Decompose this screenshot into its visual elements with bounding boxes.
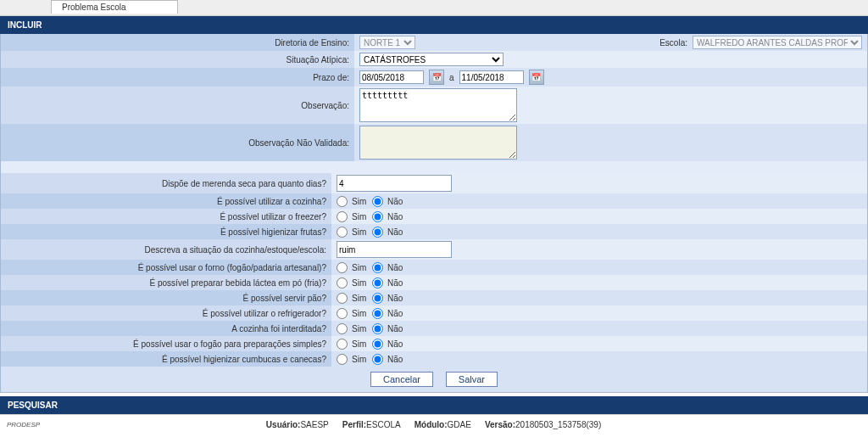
select-situacao[interactable]: CATÁSTROFES [359,53,504,66]
question-value: SimNão [331,193,867,209]
question-label: É possível utilizar o refrigerador? [1,305,331,321]
salvar-button[interactable]: Salvar [446,372,498,387]
spacer [1,161,867,173]
footer-modulo: GDAE [448,420,471,429]
label-prazo: Prazo de: [1,68,354,87]
label-prazo-sep: a [449,73,454,82]
cell-merenda [331,173,867,193]
radio-nao[interactable]: Não [372,339,403,350]
cell-diretoria: NORTE 1 Escola: WALFREDO ARANTES CALDAS … [354,34,867,51]
question-value: SimNão [331,224,867,239]
radio-nao[interactable]: Não [372,277,403,289]
footer-usuario-label: Usuário: [266,420,301,429]
tab-problema-escola[interactable]: Problema Escola [51,0,178,14]
textarea-obs-nv [359,126,517,160]
label-situacao: Situação Atípica: [1,51,354,68]
tab-bar: Problema Escola [0,0,868,16]
input-desc-situacao[interactable] [337,241,452,258]
question-label: É possível utilizar o freezer? [1,209,331,224]
cell-situacao: CATÁSTROFES [354,51,867,68]
question-label: É possível preparar bebida láctea em pó … [1,275,331,290]
input-prazo-ate[interactable] [459,70,524,84]
radio-sim[interactable]: Sim [337,354,367,365]
question-value: SimNão [331,305,867,321]
question-label: É possível higienizar cumbucas e canecas… [1,351,331,367]
footer-modulo-label: Módulo: [415,420,448,429]
section-pesquisar-header: PESQUISAR [0,396,868,414]
question-label: É possível usar o fogão para preparações… [1,336,331,351]
radio-sim[interactable]: Sim [337,339,367,350]
footer-perfil-label: Perfil: [342,420,366,429]
label-diretoria: Diretoria de Ensino: [1,34,354,51]
label-merenda: Dispõe de merenda seca para quanto dias? [1,173,331,193]
label-observacao: Observação: [1,87,354,124]
radio-nao[interactable]: Não [372,354,403,365]
question-label: É possível higienizar frutas? [1,224,331,239]
question-label: É possível servir pão? [1,290,331,305]
radio-sim[interactable]: Sim [337,323,367,334]
calendar-icon[interactable]: 📅 [529,70,544,85]
question-value: SimNão [331,351,867,367]
radio-nao[interactable]: Não [372,262,403,273]
question-value: SimNão [331,290,867,305]
footer-usuario: SAESP [300,420,328,429]
question-value: SimNão [331,336,867,351]
question-label: É possível utilizar a cozinha? [1,193,331,209]
section-incluir-header: INCLUIR [0,16,868,34]
radio-nao[interactable]: Não [372,196,403,207]
cell-obs-nv [354,124,867,161]
radio-sim[interactable]: Sim [337,262,367,273]
calendar-icon[interactable]: 📅 [429,70,444,85]
select-escola[interactable]: WALFREDO ARANTES CALDAS PROFESSOR [693,36,862,49]
label-escola: Escola: [659,38,687,48]
question-label: A cozinha foi interditada? [1,321,331,336]
question-label: É possível usar o forno (fogão/padaria a… [1,260,331,275]
radio-nao[interactable]: Não [372,293,403,304]
select-diretoria[interactable]: NORTE 1 [359,36,415,49]
question-label: Descreva a situação da cozinha/estoque/e… [1,239,331,260]
question-value [331,239,867,260]
radio-sim[interactable]: Sim [337,308,367,319]
cancelar-button[interactable]: Cancelar [370,372,433,387]
question-value: SimNão [331,275,867,290]
cell-prazo: 📅 a 📅 [354,68,867,87]
radio-sim[interactable]: Sim [337,293,367,304]
footer-perfil: ESCOLA [366,420,401,429]
radio-nao[interactable]: Não [372,211,403,222]
cell-observacao: ttttttttt [354,87,867,124]
radio-sim[interactable]: Sim [337,227,367,238]
footer-versao: 20180503_153758(39) [515,420,601,429]
radio-sim[interactable]: Sim [337,211,367,222]
question-value: SimNão [331,321,867,336]
radio-nao[interactable]: Não [372,227,403,238]
textarea-observacao[interactable]: ttttttttt [359,88,517,122]
form-incluir: Diretoria de Ensino: NORTE 1 Escola: WAL… [0,34,868,393]
radio-nao[interactable]: Não [372,323,403,334]
label-obs-nv: Observação Não Validada: [1,124,354,161]
logo-prodesp: PRODESP [7,421,40,429]
footer-versao-label: Versão: [485,420,515,429]
radio-nao[interactable]: Não [372,308,403,319]
radio-sim[interactable]: Sim [337,277,367,289]
footer: PRODESP Usuário:SAESP Perfil:ESCOLA Módu… [0,414,868,434]
question-value: SimNão [331,260,867,275]
question-value: SimNão [331,209,867,224]
button-bar: Cancelar Salvar [1,367,867,392]
input-merenda[interactable] [337,175,452,192]
radio-sim[interactable]: Sim [337,196,367,207]
input-prazo-de[interactable] [359,70,424,84]
